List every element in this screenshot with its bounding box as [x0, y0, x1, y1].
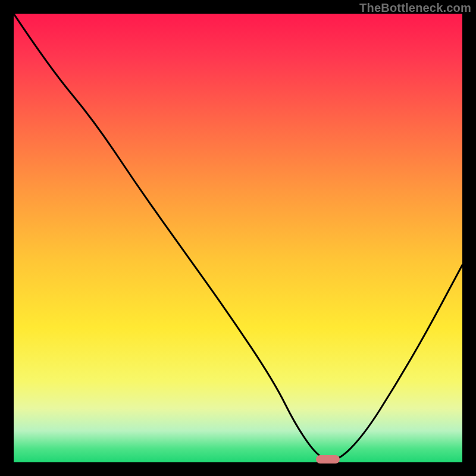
- chart-frame: TheBottleneck.com: [0, 0, 476, 476]
- watermark-text: TheBottleneck.com: [359, 1, 471, 15]
- optimal-point-marker: [316, 455, 340, 464]
- plot-area: [14, 14, 462, 462]
- bottleneck-curve: [14, 14, 462, 462]
